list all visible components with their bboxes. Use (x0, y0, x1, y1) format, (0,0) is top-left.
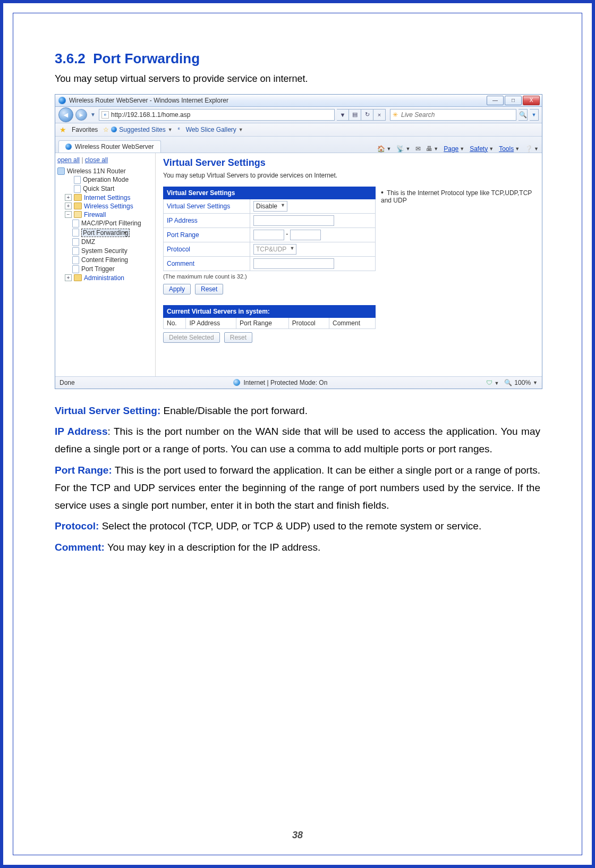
web-slice-label: Web Slice Gallery (186, 126, 236, 133)
web-slice-link[interactable]: e Web Slice Gallery ▼ (178, 126, 243, 133)
nav-history-dropdown[interactable]: ▼ (89, 112, 97, 117)
home-button[interactable]: 🏠 ▼ (377, 145, 391, 153)
stop-button[interactable]: × (373, 109, 386, 121)
status-bar: Done Internet | Protected Mode: On 🛡 ▼ 🔍… (55, 376, 542, 389)
delete-selected-button[interactable]: Delete Selected (163, 332, 220, 343)
protected-mode-icon[interactable]: 🛡 ▼ (486, 379, 499, 386)
tree-item-internet-settings[interactable]: + Internet Settings (57, 193, 153, 202)
url-field[interactable]: e http://192.168.1.1/home.asp (99, 109, 335, 121)
row-label-vss: Virtual Server Settings (164, 199, 250, 213)
zoom-control[interactable]: 🔍 100% ▼ (504, 379, 538, 386)
tools-menu[interactable]: Tools ▼ (499, 145, 520, 153)
row-label-comment: Comment (164, 256, 250, 271)
tree-label: Administration (84, 274, 124, 282)
ip-address-input[interactable] (253, 215, 334, 226)
tree-label: MAC/IP/Port Filtering (81, 220, 141, 227)
feeds-button[interactable]: 📡 ▼ (396, 145, 410, 153)
protocol-select[interactable]: TCP&UDP (253, 244, 296, 255)
section-number: 3.6.2 (55, 50, 86, 66)
print-button[interactable]: 🖶 ▼ (426, 145, 438, 153)
favorites-label[interactable]: Favorites (72, 126, 98, 133)
tree-item-port-forwarding[interactable]: Port Forwarding (81, 229, 130, 237)
titlebar: Wireless Router WebServer - Windows Inte… (55, 95, 542, 107)
col-ip: IP Address (186, 317, 236, 328)
tree-item-operation-mode[interactable]: Operation Mode (57, 175, 153, 184)
comment-input[interactable] (253, 258, 334, 269)
status-done: Done (60, 379, 75, 386)
port-range-end-input[interactable] (290, 230, 321, 240)
tree-item-content-filtering[interactable]: Content Filtering (57, 256, 153, 265)
close-button[interactable]: X (523, 96, 540, 105)
page-icon (72, 238, 79, 246)
text-comment: You may key in a description for the IP … (105, 542, 320, 553)
form-header: Virtual Server Settings (164, 187, 376, 199)
tree-item-macip-filter[interactable]: MAC/IP/Port Filtering (57, 219, 153, 228)
intro-line: You may setup virtual servers to provide… (55, 71, 540, 87)
expand-icon[interactable]: + (65, 203, 72, 209)
folder-icon (74, 194, 82, 201)
expand-icon[interactable]: + (65, 194, 72, 201)
page-menu[interactable]: Page ▼ (444, 145, 464, 153)
open-all-link[interactable]: open all (57, 156, 80, 164)
tree-item-firewall[interactable]: − Firewall (57, 210, 153, 219)
page-icon (72, 229, 79, 237)
row-label-port: Port Range (164, 227, 250, 242)
row-input-ip (250, 213, 376, 227)
page-icon (72, 247, 79, 255)
tree-label: System Security (81, 247, 128, 255)
nav-tree: Wireless 11N Router Operation Mode Quick… (57, 167, 153, 282)
status-zone-area: Internet | Protected Mode: On (233, 379, 327, 386)
tree-item-administration[interactable]: + Administration (57, 274, 153, 282)
search-field[interactable]: ✳ Live Search (390, 109, 516, 121)
help-button[interactable]: ❔▼ (525, 145, 539, 153)
tree-label: Content Filtering (81, 256, 128, 264)
url-text: http://192.168.1.1/home.asp (111, 111, 190, 119)
text-vss: Enable/Disable the port forward. (160, 405, 308, 416)
row-input-port: - (250, 227, 376, 242)
search-go-button[interactable]: 🔍 (518, 109, 528, 121)
favorites-star-icon[interactable]: ★ (60, 125, 66, 134)
tree-item-dmz[interactable]: DMZ (57, 238, 153, 247)
term-comment: Comment: (55, 542, 105, 553)
row-input-protocol: TCP&UDP (250, 242, 376, 256)
folder-icon (74, 274, 82, 281)
tree-item-quick-start[interactable]: Quick Start (57, 184, 153, 193)
reset-button[interactable]: Reset (195, 284, 223, 294)
expand-icon[interactable]: + (65, 274, 72, 281)
tree-label: DMZ (81, 238, 95, 246)
browser-window: Wireless Router WebServer - Windows Inte… (55, 94, 542, 389)
url-dropdown-button[interactable]: ▼ (337, 109, 349, 121)
nav-forward-button[interactable]: ► (75, 109, 87, 121)
minimize-button[interactable]: — (487, 96, 504, 105)
close-all-link[interactable]: close all (85, 156, 108, 164)
apply-button[interactable]: Apply (163, 284, 191, 294)
tree-item-port-trigger[interactable]: Port Trigger (57, 265, 153, 274)
tree-item-system-security[interactable]: System Security (57, 247, 153, 256)
compat-view-button[interactable]: ▤ (349, 109, 361, 121)
suggested-ie-icon (111, 127, 117, 132)
chevron-down-icon: ▼ (533, 380, 538, 385)
vss-select[interactable]: Disable (253, 201, 287, 212)
tree-label: Internet Settings (84, 194, 130, 201)
row-input-vss: Disable (250, 199, 376, 213)
tree-item-wireless-settings[interactable]: + Wireless Settings (57, 202, 153, 210)
read-mail-button[interactable]: ✉ (415, 145, 421, 153)
safety-menu[interactable]: Safety ▼ (470, 145, 494, 153)
suggested-sites-link[interactable]: ☆ Suggested Sites ▼ (103, 126, 172, 133)
tree-root[interactable]: Wireless 11N Router (57, 167, 153, 175)
window-title: Wireless Router WebServer - Windows Inte… (69, 97, 228, 104)
tree-controls: open all | close all (57, 156, 153, 164)
page-favicon-icon: e (101, 111, 109, 119)
text-proto: Select the protocol (TCP, UDP, or TCP & … (99, 520, 481, 532)
page-icon (72, 265, 79, 273)
maximize-button[interactable]: □ (505, 96, 522, 105)
port-range-start-input[interactable] (253, 230, 284, 240)
nav-back-button[interactable]: ◄ (58, 107, 73, 122)
refresh-button[interactable]: ↻ (361, 109, 373, 121)
search-dropdown-button[interactable]: ▼ (530, 109, 539, 121)
page-number: 38 (13, 830, 582, 841)
reset-list-button[interactable]: Reset (224, 332, 252, 343)
tab-active[interactable]: Wireless Router WebServer (58, 140, 161, 153)
chevron-down-icon: ▼ (239, 127, 243, 132)
collapse-icon[interactable]: − (65, 211, 72, 218)
